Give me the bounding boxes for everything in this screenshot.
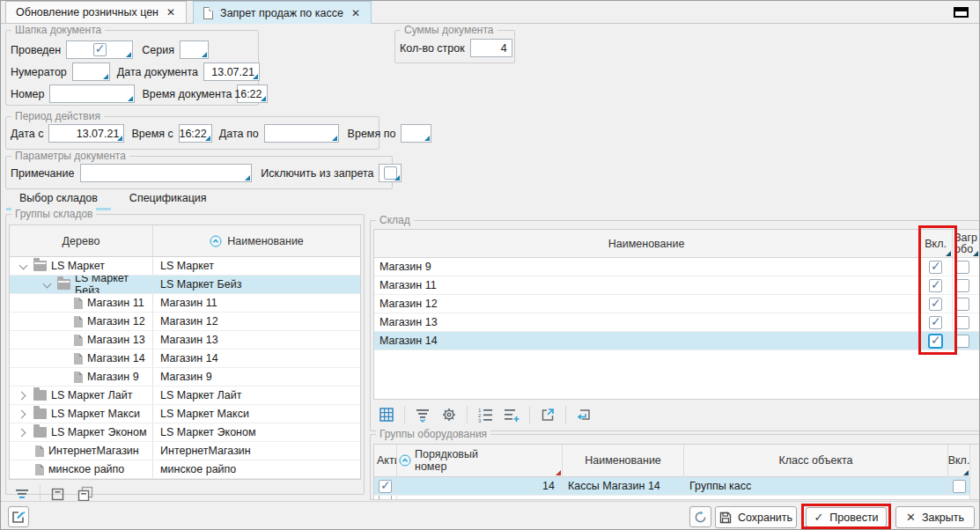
column-header-active[interactable]: Акти <box>374 445 397 476</box>
date-from-label: Дата с <box>11 128 43 140</box>
date-from-field[interactable]: 13.07.21 <box>48 124 124 143</box>
chevron-right-icon[interactable] <box>17 389 29 401</box>
export-icon[interactable] <box>539 406 556 423</box>
edit-button[interactable] <box>8 506 29 527</box>
doc-time-label: Время документа <box>142 88 232 100</box>
folder-icon <box>33 409 47 419</box>
grid-icon[interactable] <box>378 406 395 423</box>
note-field[interactable] <box>80 164 252 182</box>
numerator-field[interactable] <box>72 63 110 81</box>
column-header-on[interactable]: Вкл. <box>948 445 969 476</box>
tab-retail-price-update[interactable]: Обновление розничных цен ✕ <box>5 1 187 23</box>
doc-date-label: Дата документа <box>117 66 198 78</box>
store-row[interactable]: Магазин 11 <box>374 276 979 295</box>
store-row[interactable]: Магазин 9 <box>374 258 979 276</box>
time-to-field[interactable] <box>401 124 431 143</box>
tree-row[interactable]: минское райпо минское райпо <box>10 460 360 479</box>
exclude-checkbox[interactable] <box>384 166 397 180</box>
folder-open-icon <box>33 261 47 271</box>
group-title: Параметры документа <box>11 150 129 162</box>
numbered-list-icon[interactable]: 123 <box>476 406 494 423</box>
window-restore-icon[interactable] <box>954 7 969 18</box>
seriya-field[interactable] <box>180 40 209 59</box>
import-return-icon[interactable] <box>575 406 593 423</box>
tree-row[interactable]: Магазин 13 Магазин 13 <box>10 331 360 350</box>
load-checkbox[interactable] <box>956 316 969 329</box>
column-header-name[interactable]: Наименование <box>563 445 684 476</box>
refresh-icon <box>694 511 707 524</box>
column-header-name[interactable]: Наименование <box>374 230 919 257</box>
column-header-load[interactable]: Загр обо <box>953 230 979 257</box>
toolbar-separator <box>404 406 405 423</box>
store-row[interactable]: Магазин 12 <box>374 295 979 313</box>
proveden-field[interactable] <box>66 40 133 59</box>
close-icon[interactable]: ✕ <box>166 7 176 18</box>
on-checkbox[interactable] <box>929 298 942 311</box>
chevron-right-icon[interactable] <box>17 426 29 438</box>
equipment-row[interactable]: 14 Кассы Магазин 14 Группы касс <box>374 477 979 496</box>
tree-row[interactable]: LS Маркет Лайт LS Маркет Лайт <box>10 386 360 405</box>
on-checkbox[interactable] <box>929 335 942 348</box>
load-checkbox[interactable] <box>956 261 969 274</box>
post-button[interactable]: ✓ Провести <box>806 507 887 527</box>
store-toolbar: 123 <box>378 402 593 427</box>
document-item-icon <box>74 298 83 309</box>
tree-row[interactable]: ИнтернетМагазин ИнтернетМагазин <box>10 442 360 460</box>
filter-icon[interactable] <box>414 406 431 423</box>
vertical-scrollbar[interactable] <box>969 445 979 499</box>
store-row[interactable]: Магазин 14 <box>374 332 979 350</box>
column-header-class[interactable]: Класс объекта <box>684 445 948 476</box>
tab-sales-ban[interactable]: Запрет продаж по кассе ✕ <box>193 1 372 24</box>
tree-row[interactable]: LS Маркет Макси LS Маркет Макси <box>10 405 360 423</box>
collapse-all-icon[interactable] <box>76 485 95 503</box>
close-icon[interactable]: ✕ <box>350 8 361 18</box>
tree-row[interactable]: Магазин 12 Магазин 12 <box>10 313 360 331</box>
document-item-icon <box>74 335 83 346</box>
doc-date-field[interactable]: 13.07.21 <box>203 63 260 81</box>
refresh-button[interactable] <box>689 506 711 527</box>
close-button[interactable]: ✕ Закрыть <box>895 506 975 528</box>
document-item-icon <box>35 464 44 475</box>
equipment-grid: Акти Порядковый номер Наименование Класс… <box>373 444 979 500</box>
column-header-number[interactable]: Порядковый номер <box>397 445 563 476</box>
tab-specification[interactable]: Спецификация <box>116 189 220 210</box>
column-header-on[interactable]: Вкл. <box>919 230 953 257</box>
on-checkbox[interactable] <box>929 261 942 274</box>
doc-time-field[interactable]: 16:22 <box>237 85 268 103</box>
time-to-label: Время по <box>348 128 396 140</box>
load-checkbox[interactable] <box>956 298 969 311</box>
tree-row[interactable]: Магазин 9 Магазин 9 <box>10 368 360 386</box>
chevron-down-icon[interactable] <box>17 260 29 272</box>
sort-asc-icon <box>210 235 222 247</box>
load-checkbox[interactable] <box>956 279 969 292</box>
time-from-field[interactable]: 16:22 <box>179 124 212 143</box>
on-checkbox[interactable] <box>929 316 942 329</box>
tab-label: Обновление розничных цен <box>16 6 158 18</box>
collapse-icon[interactable] <box>49 485 67 503</box>
on-checkbox[interactable] <box>953 480 966 493</box>
tree-row[interactable]: LS Маркет Эконом LS Маркет Эконом <box>10 423 360 442</box>
chevron-down-icon[interactable] <box>41 278 53 291</box>
add-row-list-icon[interactable] <box>503 406 520 423</box>
proveden-checkbox[interactable] <box>93 43 107 56</box>
tree-row[interactable]: LS Маркет Бейз LS Маркет Бейз <box>10 276 360 294</box>
save-button[interactable]: Сохранить <box>715 506 797 528</box>
edit-pencil-icon <box>11 510 26 524</box>
column-header-tree[interactable]: Дерево <box>10 225 153 256</box>
column-header-name[interactable]: Наименование <box>153 225 360 256</box>
date-to-field[interactable] <box>264 124 339 143</box>
app-window: Обновление розничных цен ✕ Запрет продаж… <box>0 0 980 530</box>
settings-gear-icon[interactable] <box>440 406 458 423</box>
active-checkbox[interactable] <box>379 480 392 493</box>
tree-row[interactable]: Магазин 14 Магазин 14 <box>10 350 360 368</box>
tree-row[interactable]: Магазин 11 Магазин 11 <box>10 294 360 313</box>
filter-icon[interactable] <box>13 485 31 503</box>
number-field[interactable] <box>49 85 135 103</box>
toolbar-separator <box>467 406 468 423</box>
on-checkbox[interactable] <box>929 279 942 292</box>
tree-row[interactable]: LS Маркет LS Маркет <box>10 257 360 276</box>
exclude-field[interactable] <box>379 164 402 182</box>
chevron-right-icon[interactable] <box>17 408 29 420</box>
load-checkbox[interactable] <box>956 335 969 348</box>
store-row[interactable]: Магазин 13 <box>374 313 979 332</box>
